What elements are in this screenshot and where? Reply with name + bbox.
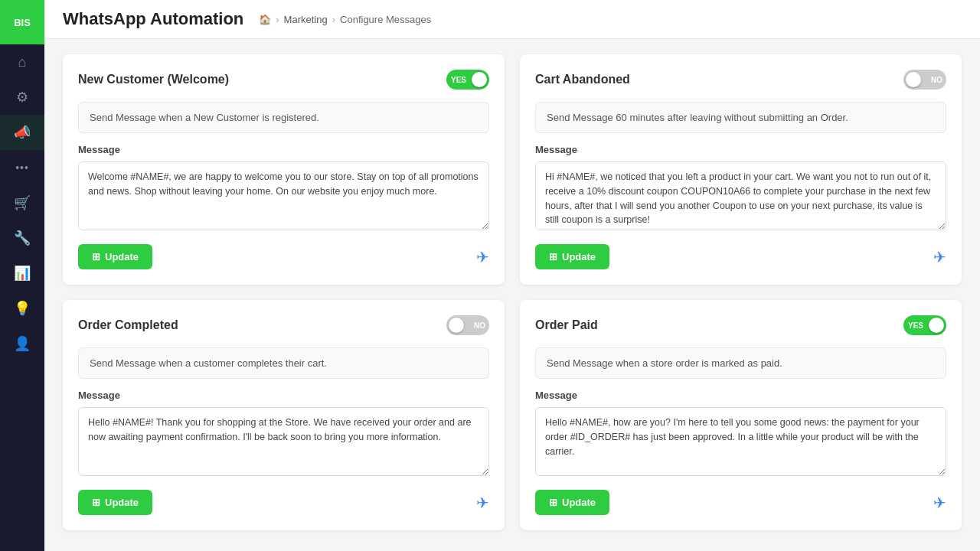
card-order-paid: Order Paid YES Send Message when a store… (520, 300, 962, 530)
sidebar-item-settings[interactable]: ⚙ (0, 80, 44, 115)
update-button-order-completed[interactable]: ⊞ Update (78, 490, 152, 515)
card-order-completed: Order Completed NO Send Message when a c… (63, 300, 505, 530)
sidebar-item-tools[interactable]: 🔧 (0, 220, 44, 256)
toggle-order-completed[interactable]: NO (446, 315, 489, 335)
content-area: New Customer (Welcome) YES Send Message … (44, 39, 980, 551)
update-button-cart-abandoned[interactable]: ⊞ Update (535, 244, 609, 269)
toggle-new-customer[interactable]: YES (446, 70, 489, 90)
card-new-customer: New Customer (Welcome) YES Send Message … (63, 54, 505, 285)
update-icon-order-completed: ⊞ (92, 497, 100, 508)
msg-textarea-cart-abandoned[interactable] (535, 161, 946, 230)
breadcrumb-sep-1: › (276, 14, 279, 25)
msg-label-order-paid: Message (535, 390, 946, 401)
breadcrumb-marketing[interactable]: Marketing (284, 14, 328, 25)
send-icon-order-completed[interactable]: ✈ (476, 494, 489, 512)
desc-order-paid: Send Message when a store order is marke… (535, 347, 946, 379)
desc-cart-abandoned: Send Message 60 minutes after leaving wi… (535, 102, 946, 133)
breadcrumb: 🏠 › Marketing › Configure Messages (259, 14, 431, 25)
toggle-label-new-customer: YES (451, 76, 466, 84)
update-icon-order-paid: ⊞ (549, 497, 557, 508)
msg-label-order-completed: Message (78, 390, 489, 401)
card-cart-abandoned: Cart Abandoned NO Send Message 60 minute… (520, 54, 962, 285)
toggle-knob-order-completed (449, 318, 464, 333)
card-footer-new-customer: ⊞ Update ✈ (78, 244, 489, 269)
card-title-new-customer: New Customer (Welcome) (78, 73, 229, 86)
main-content: WhatsApp Automation 🏠 › Marketing › Conf… (44, 0, 980, 551)
breadcrumb-current: Configure Messages (340, 14, 431, 25)
send-icon-order-paid[interactable]: ✈ (933, 494, 946, 512)
app-logo: BIS (0, 0, 44, 44)
toggle-order-paid[interactable]: YES (903, 315, 946, 335)
card-title-cart-abandoned: Cart Abandoned (535, 73, 630, 86)
sidebar-item-marketing[interactable]: 📣 (0, 115, 44, 150)
breadcrumb-home-icon: 🏠 (259, 14, 271, 25)
sidebar: BIS ⌂ ⚙ 📣 ••• 🛒 🔧 📊 💡 👤 (0, 0, 44, 551)
card-title-order-paid: Order Paid (535, 318, 598, 332)
toggle-knob-cart-abandoned (906, 72, 921, 87)
toggle-cart-abandoned[interactable]: NO (903, 70, 946, 90)
toggle-label-order-paid: YES (908, 321, 923, 330)
sidebar-item-analytics[interactable]: 📊 (0, 256, 44, 291)
sidebar-item-user[interactable]: 👤 (0, 326, 44, 361)
card-title-order-completed: Order Completed (78, 318, 178, 332)
msg-textarea-order-completed[interactable] (78, 407, 489, 476)
msg-textarea-order-paid[interactable] (535, 407, 946, 476)
card-footer-cart-abandoned: ⊞ Update ✈ (535, 244, 946, 269)
send-icon-new-customer[interactable]: ✈ (476, 248, 489, 266)
breadcrumb-sep-2: › (332, 14, 335, 25)
card-footer-order-completed: ⊞ Update ✈ (78, 490, 489, 515)
toggle-knob-order-paid (929, 318, 944, 333)
msg-textarea-new-customer[interactable] (78, 161, 489, 230)
card-header-cart-abandoned: Cart Abandoned NO (535, 70, 946, 90)
msg-label-new-customer: Message (78, 144, 489, 155)
card-header-new-customer: New Customer (Welcome) YES (78, 70, 489, 90)
cards-grid: New Customer (Welcome) YES Send Message … (63, 54, 962, 530)
toggle-label-cart-abandoned: NO (931, 76, 942, 84)
send-icon-cart-abandoned[interactable]: ✈ (933, 248, 946, 266)
card-footer-order-paid: ⊞ Update ✈ (535, 490, 946, 515)
sidebar-item-home[interactable]: ⌂ (0, 44, 44, 80)
desc-new-customer: Send Message when a New Customer is regi… (78, 102, 489, 133)
desc-order-completed: Send Message when a customer completes t… (78, 347, 489, 379)
toggle-knob-new-customer (472, 72, 487, 87)
page-title: WhatsApp Automation (63, 9, 243, 29)
card-header-order-completed: Order Completed NO (78, 315, 489, 335)
update-button-order-paid[interactable]: ⊞ Update (535, 490, 609, 515)
msg-label-cart-abandoned: Message (535, 144, 946, 155)
sidebar-item-cart[interactable]: 🛒 (0, 185, 44, 220)
update-icon-cart-abandoned: ⊞ (549, 251, 557, 262)
toggle-label-order-completed: NO (474, 321, 485, 330)
update-button-new-customer[interactable]: ⊞ Update (78, 244, 152, 269)
header: WhatsApp Automation 🏠 › Marketing › Conf… (44, 0, 980, 39)
sidebar-item-more[interactable]: ••• (0, 150, 44, 185)
sidebar-item-ideas[interactable]: 💡 (0, 291, 44, 326)
update-icon-new-customer: ⊞ (92, 251, 100, 262)
card-header-order-paid: Order Paid YES (535, 315, 946, 335)
